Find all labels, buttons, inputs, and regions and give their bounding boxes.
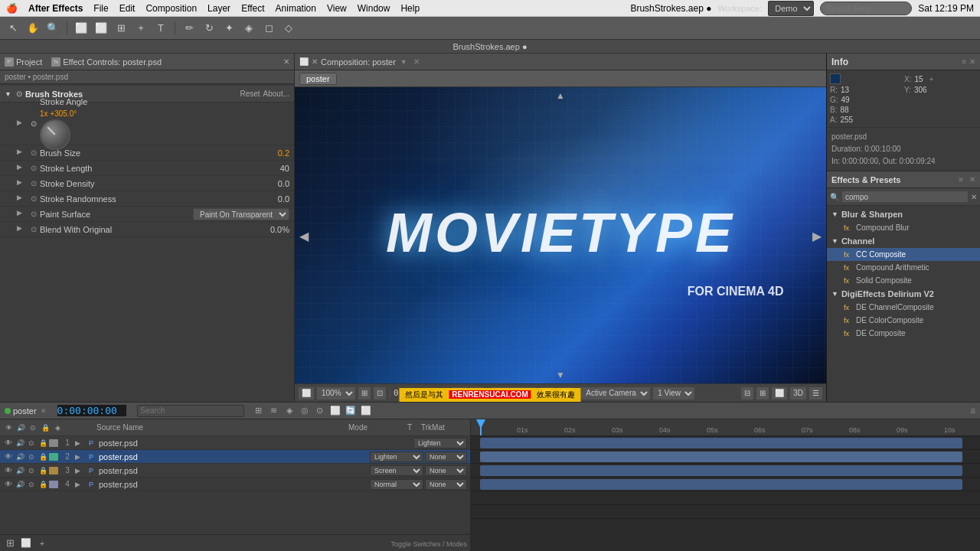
- zoom-select[interactable]: 100%: [316, 386, 356, 400]
- layer3-expand[interactable]: ▶: [75, 467, 84, 474]
- viewer-menu-btn[interactable]: ☰: [808, 386, 823, 400]
- nav-bottom[interactable]: ▼: [556, 370, 565, 380]
- layer2-vis-toggle[interactable]: 👁: [3, 452, 14, 462]
- layer1-mode-select[interactable]: LightenNormalScreen: [413, 438, 467, 448]
- layer2-audio-toggle[interactable]: 🔊: [15, 452, 25, 462]
- hand-tool[interactable]: ✋: [24, 20, 41, 37]
- layer-color-col-icon[interactable]: ◈: [52, 422, 63, 433]
- grid-tool[interactable]: ⊞: [113, 20, 129, 37]
- timeline-tab[interactable]: poster ✕: [5, 406, 47, 416]
- timeline-search-input[interactable]: [137, 405, 244, 417]
- layer3-lock[interactable]: 🔒: [38, 465, 48, 476]
- selection-tool[interactable]: ↖: [5, 20, 21, 37]
- layer-lock-col-icon[interactable]: 🔒: [40, 422, 51, 433]
- menu-animation[interactable]: Animation: [276, 3, 316, 14]
- track-row-4[interactable]: [471, 478, 980, 491]
- paint-surface-expand[interactable]: ▶: [17, 209, 28, 220]
- graph-editor-btn[interactable]: ≋: [267, 404, 281, 418]
- timeline-tab-close[interactable]: ✕: [41, 407, 47, 415]
- blend-expand[interactable]: ▶: [17, 224, 28, 235]
- layer3-trkmat-select[interactable]: None: [425, 465, 467, 476]
- camera-tool[interactable]: ⬜: [73, 20, 90, 37]
- comp-panel-tab-icon[interactable]: ✕: [413, 57, 420, 66]
- info-panel-close[interactable]: ✕: [969, 57, 975, 66]
- layer4-name[interactable]: poster.psd: [99, 480, 370, 489]
- new-solid-btn[interactable]: ⬜: [19, 536, 33, 550]
- layer3-audio-toggle[interactable]: 🔊: [15, 465, 25, 476]
- layer2-lock[interactable]: 🔒: [38, 452, 48, 462]
- menu-composition[interactable]: Composition: [145, 3, 197, 14]
- grid-btn[interactable]: ⊡: [373, 386, 387, 400]
- layer2-name[interactable]: poster.psd: [99, 452, 370, 461]
- stroke-randomness-value[interactable]: 0.0: [278, 194, 289, 204]
- panel-close-btn[interactable]: ✕: [283, 57, 289, 66]
- comp-options-btn[interactable]: ⊞: [252, 404, 266, 418]
- shape-tool[interactable]: +: [132, 20, 149, 37]
- track-row-2[interactable]: [471, 450, 980, 464]
- nav-top[interactable]: ▲: [556, 90, 565, 101]
- 3d-btn[interactable]: 3D: [789, 386, 807, 400]
- layer3-vis-toggle[interactable]: 👁: [3, 465, 14, 476]
- view-select[interactable]: 1 View: [652, 386, 695, 400]
- layer4-lock[interactable]: 🔒: [38, 479, 48, 490]
- fast-preview-btn[interactable]: ⬜: [538, 386, 555, 400]
- live-update-btn[interactable]: 🔄: [344, 404, 358, 418]
- blur-sharpen-category[interactable]: ▼ Blur & Sharpen: [827, 207, 980, 221]
- solid-composite-item[interactable]: fx Solid Composite: [827, 274, 980, 287]
- cc-composite-item[interactable]: fx CC Composite: [827, 248, 980, 261]
- comp-timecode[interactable]: 0:00:00:00: [394, 388, 444, 398]
- de-channel-composite-item[interactable]: fx DE ChannelComposite: [827, 301, 980, 314]
- workspace-select[interactable]: Demo: [768, 1, 814, 16]
- mask-btn[interactable]: ◎: [469, 386, 484, 400]
- layer3-mode-select[interactable]: ScreenNormalLighten: [370, 465, 423, 476]
- new-layer-btn[interactable]: +: [35, 536, 49, 550]
- layer2-expand[interactable]: ▶: [75, 453, 84, 461]
- channel-category[interactable]: ▼ Channel: [827, 234, 980, 248]
- layer1-vis-toggle[interactable]: 👁: [3, 438, 14, 448]
- stroke-angle-dial[interactable]: [40, 119, 70, 150]
- roto-tool[interactable]: ◇: [280, 20, 297, 37]
- effects-panel-menu[interactable]: ≡: [959, 175, 963, 184]
- layer2-mode-select[interactable]: LightenNormalScreen: [370, 452, 423, 462]
- transparency-btn[interactable]: ⬜: [557, 386, 573, 400]
- layer1-lock[interactable]: 🔒: [38, 438, 48, 448]
- layer3-solo-toggle[interactable]: ⊙: [26, 465, 37, 476]
- region-btn[interactable]: ⬜: [771, 386, 788, 400]
- menu-file[interactable]: File: [93, 3, 108, 14]
- solo-mode-btn[interactable]: ⊙: [313, 404, 327, 418]
- snapshot-btn[interactable]: ⊞: [756, 386, 769, 400]
- nav-left[interactable]: ◀: [299, 228, 309, 243]
- quality-select[interactable]: Full Half Quarter: [491, 386, 537, 400]
- zoom-menu-btn[interactable]: ⬜: [298, 386, 315, 400]
- layer2-color-swatch[interactable]: [49, 453, 58, 461]
- menu-effect[interactable]: Effect: [241, 3, 264, 14]
- layer4-color-swatch[interactable]: [49, 481, 58, 488]
- track-row-1[interactable]: [471, 436, 980, 450]
- layer1-color-swatch[interactable]: [49, 439, 58, 447]
- layer-solo-col-icon[interactable]: ⊙: [28, 422, 38, 433]
- motion-blur-btn[interactable]: ◎: [298, 404, 312, 418]
- timeline-panel-menu[interactable]: ≡: [970, 406, 975, 416]
- layer1-solo-toggle[interactable]: ⊙: [26, 438, 37, 448]
- compound-arithmetic-item[interactable]: fx Compound Arithmetic: [827, 261, 980, 274]
- camera-select[interactable]: Active Camera: [580, 386, 651, 400]
- clear-search-btn[interactable]: ✕: [971, 193, 977, 201]
- stroke-density-expand[interactable]: ▶: [17, 178, 28, 189]
- zoom-tool[interactable]: 🔍: [44, 20, 61, 37]
- effects-panel-close[interactable]: ✕: [969, 175, 975, 184]
- new-comp-btn[interactable]: ⊞: [3, 536, 17, 550]
- layer4-expand[interactable]: ▶: [75, 481, 84, 488]
- de-color-composite-item[interactable]: fx DE ColorComposite: [827, 314, 980, 327]
- info-tab[interactable]: Info: [831, 57, 848, 67]
- project-tab[interactable]: P Project: [5, 57, 42, 67]
- reset-view-btn[interactable]: ⊟: [740, 386, 754, 400]
- track-row-3[interactable]: [471, 464, 980, 478]
- digieffects-category[interactable]: ▼ DigiEffects Delirium V2: [827, 287, 980, 301]
- blend-value[interactable]: 0.0%: [270, 225, 289, 234]
- comp-panel-close-icon[interactable]: ✕: [312, 57, 318, 66]
- orbit-tool[interactable]: ⬜: [93, 20, 109, 37]
- de-composite-item[interactable]: fx DE Composite: [827, 327, 980, 340]
- clone-tool[interactable]: ◈: [240, 20, 257, 37]
- eraser-tool[interactable]: ◻: [260, 20, 277, 37]
- brush-size-value[interactable]: 0.2: [278, 148, 289, 158]
